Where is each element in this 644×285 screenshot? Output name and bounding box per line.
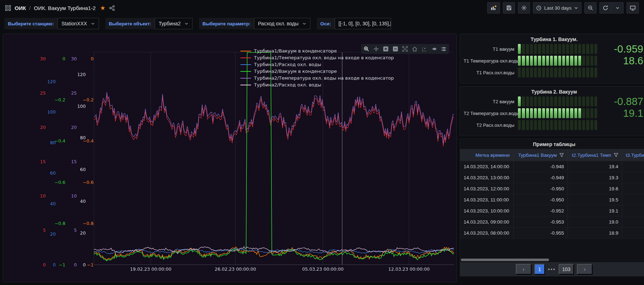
y-tick-t2_vacuum: 0: [63, 56, 65, 61]
tv-mode-button[interactable]: [626, 2, 639, 14]
refresh-button[interactable]: [599, 2, 611, 14]
time-range-picker[interactable]: Last 30 days: [533, 2, 581, 14]
filter-label-object: Выберите объект:: [105, 18, 155, 29]
legend-swatch-icon: [240, 71, 251, 72]
filter-axes: Оси:[[-1, 0], [0, 30], [0, 135],[-1, 0: [317, 18, 391, 29]
zoom-in-icon[interactable]: [381, 44, 390, 54]
parameter-select[interactable]: Расход охл. воды: [254, 18, 310, 29]
share-icon[interactable]: [109, 5, 115, 11]
breadcrumb-section[interactable]: ОИК: [15, 5, 26, 11]
y-tick-t2_vacuum: −0.2: [55, 97, 65, 102]
gauge-segment: [542, 44, 545, 54]
legend-item-3[interactable]: Турбина2/Вакуум в конденсаторе: [240, 68, 394, 75]
gauge-segment: [526, 44, 529, 54]
y-tick-t1_vacuum: −1: [87, 262, 94, 268]
y-tick-t1_temp: 20: [40, 125, 46, 130]
refresh-button-group: [599, 2, 624, 14]
gauge-segment: [562, 120, 565, 130]
dashboard-settings-button[interactable]: [518, 2, 530, 14]
gauge-segment: [566, 56, 569, 66]
hover-closest-icon[interactable]: [429, 44, 439, 54]
favorite-star-icon[interactable]: ★: [100, 4, 105, 12]
add-panel-button[interactable]: [487, 2, 500, 14]
pagination-current-page[interactable]: 1: [534, 264, 545, 275]
scrollbar-thumb[interactable]: [461, 259, 549, 261]
horizontal-scrollbar: [460, 258, 644, 262]
zoom-out-time-button[interactable]: [584, 2, 596, 14]
filter-funnel-icon[interactable]: [614, 153, 618, 157]
gauge-segment: [554, 120, 557, 130]
gauge-segment: [550, 108, 553, 118]
table-cell: [622, 172, 644, 183]
gauge-segment: [542, 108, 545, 118]
save-dashboard-button[interactable]: [503, 2, 515, 14]
gauge-segment: [586, 68, 589, 78]
plotly-modebar: [361, 44, 449, 54]
gauge-row: T2 Расх.охл.воды: [464, 120, 644, 130]
timeseries-panel: 3025201510501201008060402000−0.2−0.4−0.6…: [3, 34, 457, 282]
dashboard-toolbar: Last 30 days: [487, 2, 639, 14]
gauge-segment: [590, 96, 593, 106]
column-header-1[interactable]: Турбина1 Вакуум: [514, 149, 568, 161]
gauge-segment: [538, 96, 541, 106]
station-select[interactable]: StationXXX: [58, 18, 99, 29]
refresh-interval-dropdown[interactable]: [611, 2, 624, 14]
gauge-segment: [550, 120, 553, 130]
gauge-segment: [526, 56, 529, 66]
legend-item-2[interactable]: Турбина1/Расход охл. воды: [240, 61, 394, 68]
zoom-icon[interactable]: [362, 44, 371, 54]
zoom-out-icon[interactable]: [391, 44, 400, 54]
column-header-2[interactable]: t2.Турбина1 Темп: [568, 149, 622, 161]
gauge-segment: [574, 96, 577, 106]
gauge-segment: [574, 120, 577, 130]
gauge-segment: [542, 56, 545, 66]
y-tick-t1_vacuum: −0.8: [83, 221, 94, 226]
gauge-segment: [538, 68, 541, 78]
y-tick-t1_flow: 40: [50, 201, 56, 206]
spike-lines-icon[interactable]: [420, 44, 429, 54]
gauge-row-label: T2 Температура охл.воды: [464, 111, 518, 116]
filter-funnel-icon[interactable]: [559, 153, 564, 157]
table-cell: [622, 228, 644, 238]
y-tick-t2_temp: 5: [74, 228, 77, 233]
table-cell: [622, 183, 644, 194]
filter-label-axes: Оси:: [317, 18, 335, 29]
axes-input[interactable]: [[-1, 0], [0, 30], [0, 135],[-1, 0: [335, 18, 391, 29]
reset-axes-icon[interactable]: [410, 44, 419, 54]
legend-item-1[interactable]: Турбина1/Температура охл. воды на входе …: [240, 54, 394, 61]
pagination-last-page[interactable]: 103: [559, 264, 574, 275]
pan-icon[interactable]: [371, 44, 381, 54]
gauge-segment: [546, 108, 549, 118]
gauge-segment: [538, 56, 541, 66]
table-cell: 19.0: [568, 216, 622, 227]
table-cell: 19.3: [568, 172, 622, 183]
hover-compare-icon[interactable]: [439, 44, 448, 54]
gauge-segment: [526, 108, 529, 118]
series-line-5: [94, 246, 454, 254]
gauge-segment: [534, 120, 537, 130]
legend-swatch-icon: [240, 85, 251, 85]
gauge-segment: [550, 44, 553, 54]
pagination-prev-button[interactable]: ‹: [516, 264, 531, 275]
y-tick-t1_temp: 15: [40, 159, 46, 164]
object-select[interactable]: Турбина2: [155, 18, 193, 29]
gauge-segment: [586, 56, 589, 66]
gauge-segment: [550, 68, 553, 78]
bar-gauge: [518, 120, 597, 130]
apps-grid-icon[interactable]: [5, 5, 11, 11]
autoscale-icon[interactable]: [400, 44, 410, 54]
gauge-segment: [542, 68, 545, 78]
column-header-0[interactable]: Метка времени: [460, 149, 514, 161]
gauge-segment: [586, 44, 589, 54]
table-cell: 19.1: [568, 205, 622, 216]
table-cell: 19.6: [568, 183, 622, 194]
table-cell: -0.950: [514, 194, 568, 205]
gauge-segment: [558, 56, 561, 66]
legend-label: Турбина1/Вакуум в конденсаторе: [254, 48, 337, 54]
legend-item-4[interactable]: Турбина2/Температура охл. воды на входе …: [240, 75, 394, 81]
pagination-next-button[interactable]: ›: [577, 264, 593, 275]
legend-item-5[interactable]: Турбина2/Расход охл. воды: [240, 81, 394, 88]
column-header-3[interactable]: t3.Турби: [622, 149, 644, 161]
gauge-segment: [562, 68, 565, 78]
data-table: Метка времениТурбина1 Вакуумt2.Турбина1 …: [460, 149, 644, 239]
